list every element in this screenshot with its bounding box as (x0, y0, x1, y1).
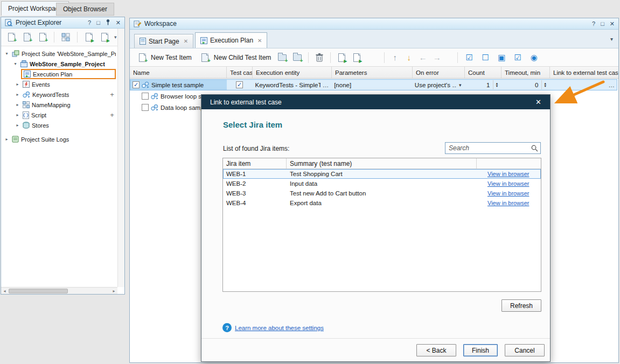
tree-item-script[interactable]: ▸ Script + (2, 110, 117, 120)
column-header-jira-item[interactable]: Jira item (223, 158, 287, 169)
timeout-spinner[interactable]: ▲▼ (541, 80, 548, 89)
column-header-on-error[interactable]: On error (413, 67, 465, 78)
expander-icon[interactable]: ▸ (15, 82, 20, 87)
help-icon[interactable]: ? (592, 21, 595, 27)
dialog-close-icon[interactable]: ✕ (535, 98, 541, 106)
name-mapping-icon[interactable] (60, 31, 72, 43)
column-header-blank[interactable] (477, 158, 541, 169)
jira-row[interactable]: WEB-2 Input data View in browser (223, 179, 541, 188)
pin-icon[interactable] (106, 19, 110, 26)
view-in-browser-link[interactable]: View in browser (487, 200, 529, 206)
column-header-count[interactable]: Count (465, 67, 501, 78)
link-external-browse-button[interactable]: … (609, 82, 615, 88)
tree-item-stores[interactable]: ▸ Stores (2, 120, 117, 130)
tree-item-execution-plan[interactable]: Execution Plan (2, 69, 117, 79)
scroll-left-icon[interactable]: ◂ (1, 288, 8, 295)
close-icon[interactable]: ✕ (116, 20, 121, 26)
jira-row[interactable]: WEB-4 Export data View in browser (223, 198, 541, 208)
jira-row[interactable]: WEB-3 Test new Add to Cart button View i… (223, 188, 541, 198)
vertical-scrollbar[interactable] (117, 29, 124, 287)
tab-execution-plan[interactable]: Execution Plan ✕ (195, 32, 267, 48)
search-input[interactable] (445, 143, 540, 153)
finish-button[interactable]: Finish (463, 344, 498, 356)
learn-more-link[interactable]: Learn more about these settings (235, 325, 324, 331)
tree-item-project-suite[interactable]: ▾ Project Suite 'WebStore_Sample_Project… (2, 48, 117, 59)
add-script-button[interactable]: + (108, 111, 116, 119)
run-project-suite-icon[interactable]: ▶ (99, 31, 110, 43)
add-item-icon[interactable]: + (37, 31, 48, 43)
tab-list-dropdown-icon[interactable]: ▾ (610, 36, 613, 42)
column-header-link-external[interactable]: Link to external test case (550, 67, 618, 78)
count-spinner[interactable]: ▲▼ (493, 80, 500, 89)
dialog-header[interactable]: Link to external test case ✕ (201, 95, 550, 109)
add-project-icon[interactable]: + (21, 31, 33, 43)
timeout-value[interactable]: 0 (535, 82, 538, 88)
move-right-icon[interactable]: → (431, 53, 442, 62)
execution-entity-browse-button[interactable]: … (323, 82, 329, 88)
on-error-dropdown-icon[interactable]: ▾ (459, 82, 462, 88)
new-child-test-item-button[interactable]: + New Child Test Item (197, 51, 273, 65)
row-checkbox[interactable] (142, 104, 149, 111)
expander-icon[interactable]: ▸ (15, 92, 20, 97)
column-header-test-case[interactable]: Test case (227, 67, 253, 78)
test-case-checkbox[interactable]: ✓ (236, 81, 243, 88)
row-checkbox[interactable]: ✓ (133, 81, 140, 88)
column-header-summary[interactable]: Summary (test name) (287, 158, 477, 169)
radio-mode-icon[interactable]: ◉ (527, 53, 540, 62)
tab-start-page[interactable]: Start Page ✕ (134, 34, 193, 48)
toggle-checks-icon[interactable]: ▣ (495, 53, 508, 62)
new-child-group-icon[interactable]: + (291, 52, 303, 64)
tree-item-namemapping[interactable]: ▸ NameMapping (2, 100, 117, 110)
search-icon[interactable] (531, 145, 538, 152)
scrollbar-thumb[interactable] (9, 289, 68, 293)
jira-row[interactable]: WEB-1 Test Shopping Cart View in browser (223, 169, 541, 179)
expander-icon[interactable]: ▸ (15, 102, 20, 107)
new-test-item-button[interactable]: + New Test Item (134, 51, 194, 65)
maximize-icon[interactable]: □ (601, 21, 604, 27)
column-header-parameters[interactable]: Parameters (332, 67, 413, 78)
tree-item-project[interactable]: ▾ WebStore_Sample_Project (2, 59, 117, 69)
run-selected-icon[interactable]: ▶ (351, 52, 363, 64)
view-in-browser-link[interactable]: View in browser (487, 190, 529, 197)
add-project-suite-icon[interactable]: + (5, 31, 17, 43)
column-header-execution-entity[interactable]: Execution entity (253, 67, 332, 78)
view-in-browser-link[interactable]: View in browser (487, 171, 529, 177)
toolbar-dropdown-icon[interactable]: ▾ (114, 34, 117, 40)
back-button[interactable]: < Back (416, 344, 456, 356)
expander-icon[interactable]: ▾ (12, 61, 18, 66)
row-checkbox[interactable] (142, 93, 149, 100)
tree-item-project-suite-logs[interactable]: ▸ Project Suite Logs (2, 134, 117, 144)
delete-icon[interactable] (314, 52, 325, 64)
add-keyword-test-button[interactable]: + (108, 90, 116, 99)
run-project-icon[interactable]: ▶ (83, 31, 95, 43)
help-icon[interactable]: ? (88, 20, 91, 26)
horizontal-scrollbar[interactable]: ◂ ▸ (1, 287, 117, 294)
uncheck-all-icon[interactable]: ☐ (479, 53, 492, 62)
move-left-icon[interactable]: ← (417, 53, 428, 62)
maximize-icon[interactable]: □ (96, 20, 100, 26)
view-in-browser-link[interactable]: View in browser (487, 180, 529, 187)
close-tab-icon[interactable]: ✕ (184, 38, 188, 44)
column-header-timeout[interactable]: Timeout, min (501, 67, 550, 78)
expander-icon[interactable]: ▸ (15, 123, 20, 128)
expander-icon[interactable]: ▾ (4, 51, 10, 56)
count-value[interactable]: 1 (486, 82, 490, 88)
check-selected-icon[interactable]: ☑ (511, 53, 524, 62)
expander-icon[interactable]: ▸ (4, 137, 10, 142)
check-all-icon[interactable]: ☑ (463, 53, 476, 62)
scroll-right-icon[interactable]: ▸ (110, 288, 117, 295)
cancel-button[interactable]: Cancel (505, 344, 545, 356)
tree-item-keywordtests[interactable]: ▸ KeywordTests + (2, 89, 117, 100)
tab-object-browser[interactable]: Object Browser (56, 3, 114, 16)
refresh-button[interactable]: Refresh (501, 299, 541, 312)
run-test-icon[interactable]: ▶ (336, 52, 347, 64)
close-icon[interactable]: ✕ (610, 21, 615, 27)
table-row[interactable]: ✓ Simple test sample ✓ KeywordTests - Si… (130, 79, 617, 90)
close-tab-icon[interactable]: ✕ (257, 38, 262, 44)
column-header-name[interactable]: Name (130, 67, 227, 78)
new-group-icon[interactable]: + (276, 52, 288, 64)
expander-icon[interactable]: ▸ (15, 113, 20, 117)
move-down-icon[interactable]: ↓ (403, 53, 414, 62)
move-up-icon[interactable]: ↑ (389, 53, 400, 62)
tree-item-events[interactable]: ▸ Events (2, 79, 117, 89)
